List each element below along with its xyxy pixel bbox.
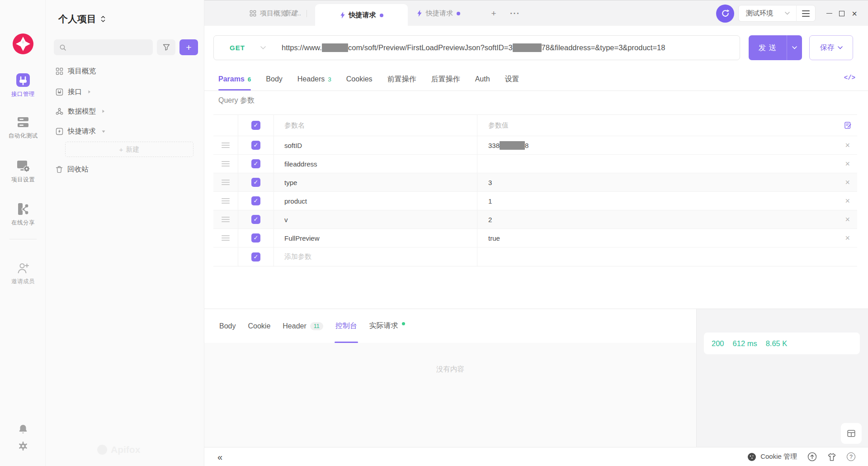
sidebar-item-api-management[interactable]: 接口管理 bbox=[0, 72, 46, 98]
drag-handle[interactable] bbox=[222, 215, 230, 223]
param-value-cell[interactable]: 1 × bbox=[477, 192, 857, 210]
unsaved-dot bbox=[457, 12, 460, 15]
sidebar-item-online-share[interactable]: 在线分享 bbox=[0, 202, 46, 227]
filter-button[interactable] bbox=[157, 39, 175, 55]
tab-headers[interactable]: Headers 3 bbox=[297, 68, 331, 90]
param-value-cell[interactable]: 2 × bbox=[477, 210, 857, 228]
invite-member-icon bbox=[16, 262, 30, 275]
new-request-button[interactable]: + 新建 bbox=[65, 142, 193, 157]
param-value-cell[interactable]: 3 × bbox=[477, 173, 857, 191]
delete-row-button[interactable]: × bbox=[845, 197, 850, 205]
row-checkbox[interactable]: ✓ bbox=[251, 252, 260, 262]
param-value-cell[interactable] bbox=[477, 247, 857, 266]
delete-row-button[interactable]: × bbox=[845, 141, 850, 149]
tab-response-body[interactable]: Body bbox=[219, 309, 236, 343]
app-logo[interactable] bbox=[0, 33, 46, 54]
row-checkbox[interactable]: ✓ bbox=[251, 196, 260, 205]
tab-project-overview[interactable]: 项目概览 bbox=[250, 0, 287, 26]
environment-menu-button[interactable] bbox=[796, 5, 815, 22]
sidebar-item-auto-test[interactable]: 自动化测试 bbox=[0, 115, 46, 140]
bulk-edit-button[interactable] bbox=[844, 122, 852, 129]
notifications-button[interactable] bbox=[0, 423, 46, 434]
trash-icon bbox=[56, 166, 63, 173]
param-name-cell[interactable]: product bbox=[274, 192, 477, 210]
tab-auth[interactable]: Auth bbox=[475, 68, 490, 90]
row-checkbox[interactable]: ✓ bbox=[251, 215, 260, 224]
cookie-manager-button[interactable]: Cookie 管理 bbox=[747, 452, 797, 461]
tab-post-processors[interactable]: 后置操作 bbox=[431, 68, 460, 90]
unsaved-dot bbox=[380, 14, 383, 17]
delete-row-button[interactable]: × bbox=[845, 234, 850, 242]
sidebar-item-project-settings[interactable]: 项目设置 bbox=[0, 159, 46, 184]
search-input[interactable] bbox=[54, 39, 153, 55]
save-button[interactable]: 保存 bbox=[809, 35, 853, 60]
layout-toggle-button[interactable] bbox=[841, 423, 862, 444]
help-button[interactable]: ? bbox=[847, 452, 855, 461]
tab-actual-request[interactable]: 实际请求 bbox=[369, 309, 405, 343]
tab-params[interactable]: Params 6 bbox=[218, 68, 251, 90]
param-value-cell[interactable]: 3388 × bbox=[477, 136, 857, 154]
param-name-cell[interactable]: type bbox=[274, 173, 477, 191]
delete-row-button[interactable]: × bbox=[845, 178, 850, 186]
project-switcher[interactable]: 个人项目 bbox=[58, 13, 106, 25]
drag-handle[interactable] bbox=[222, 234, 230, 242]
tree-item-quick-request[interactable]: 快捷请求 bbox=[54, 122, 198, 140]
tree-item-project-overview[interactable]: 项目概览 bbox=[54, 62, 198, 80]
sync-button[interactable] bbox=[716, 5, 734, 23]
send-button[interactable]: 发 送 bbox=[749, 35, 802, 60]
help-icon: ? bbox=[849, 454, 853, 460]
row-checkbox[interactable]: ✓ bbox=[251, 159, 260, 168]
window-close-button[interactable]: × bbox=[848, 0, 861, 26]
param-name-cell[interactable]: fileaddress bbox=[274, 155, 477, 173]
code-view-button[interactable]: </> bbox=[844, 74, 855, 81]
tree-item-recycle-bin[interactable]: 回收站 bbox=[54, 160, 198, 178]
add-param-input[interactable]: 添加参数 bbox=[274, 247, 477, 266]
drag-handle[interactable] bbox=[222, 160, 230, 168]
tab-response-header[interactable]: Header 11 bbox=[283, 309, 323, 343]
delete-row-button[interactable]: × bbox=[845, 215, 850, 223]
param-name-cell[interactable]: softID bbox=[274, 136, 477, 154]
collapse-sidebar-button[interactable]: « bbox=[217, 452, 222, 461]
row-checkbox[interactable]: ✓ bbox=[251, 233, 260, 243]
url-input[interactable]: https://www.com/soft/Preview/FirstLoadPr… bbox=[282, 36, 740, 60]
theme-shirt-button[interactable] bbox=[827, 452, 836, 461]
new-tab-button[interactable]: + bbox=[487, 7, 500, 20]
tree-item-data-models[interactable]: 数据模型 bbox=[54, 102, 198, 120]
more-tabs-button[interactable]: ··· bbox=[508, 7, 522, 20]
tab-settings[interactable]: 设置 bbox=[505, 68, 519, 90]
param-value-cell[interactable]: true × bbox=[477, 229, 857, 247]
sidebar-item-invite-members[interactable]: 邀请成员 bbox=[0, 262, 46, 285]
request-tabs: Params 6 Body Headers 3 Cookies 前置操作 后置操… bbox=[204, 68, 868, 91]
tree-item-apis[interactable]: 接口 bbox=[54, 83, 198, 101]
row-checkbox[interactable]: ✓ bbox=[251, 178, 260, 187]
tab-console[interactable]: 控制台 bbox=[335, 309, 357, 343]
row-checkbox[interactable]: ✓ bbox=[251, 141, 260, 150]
environment-select[interactable]: 测试环境 bbox=[739, 9, 796, 18]
tab-response-cookie[interactable]: Cookie bbox=[248, 309, 270, 343]
param-value-cell[interactable]: × bbox=[477, 155, 857, 173]
select-all-checkbox[interactable]: ✓ bbox=[251, 121, 260, 130]
tab-body[interactable]: Body bbox=[266, 68, 282, 90]
send-options-caret[interactable] bbox=[787, 46, 802, 49]
delete-row-button[interactable]: × bbox=[845, 160, 850, 168]
settings-button[interactable] bbox=[0, 441, 46, 452]
response-tabs: Body Cookie Header 11 控制台 实际请求 bbox=[204, 309, 696, 343]
chevron-down-icon bbox=[785, 12, 790, 15]
drag-handle[interactable] bbox=[222, 197, 230, 205]
tab-cookies[interactable]: Cookies bbox=[346, 68, 373, 90]
response-size: 8.65 K bbox=[766, 339, 788, 348]
drag-handle[interactable] bbox=[222, 141, 230, 149]
add-new-button[interactable]: + bbox=[179, 39, 198, 55]
param-name-cell[interactable]: FullPreview bbox=[274, 229, 477, 247]
window-minimize-button[interactable] bbox=[823, 0, 835, 26]
drag-handle[interactable] bbox=[222, 178, 230, 186]
window-maximize-button[interactable] bbox=[835, 0, 848, 26]
tab-quick-request-2[interactable]: 快捷请求 bbox=[417, 0, 460, 26]
tab-new-unsaved[interactable]: 新建.. bbox=[284, 0, 301, 26]
param-name-cell[interactable]: v bbox=[274, 210, 477, 228]
tab-quick-request-active[interactable]: 快捷请求 bbox=[315, 4, 408, 26]
upload-button[interactable] bbox=[807, 452, 817, 461]
gear-icon bbox=[18, 441, 28, 452]
tab-pre-processors[interactable]: 前置操作 bbox=[387, 68, 416, 90]
method-select[interactable]: GET bbox=[214, 36, 282, 60]
